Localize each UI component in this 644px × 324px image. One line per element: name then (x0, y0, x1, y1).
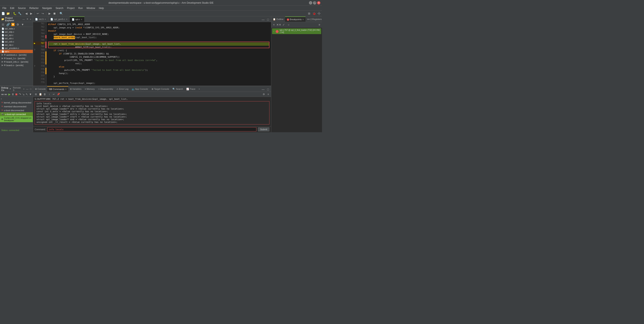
explorer-minimize[interactable]: — (22, 18, 25, 21)
menu-window[interactable]: Window (85, 6, 97, 10)
filter-files[interactable]: 🔽 (10, 22, 15, 27)
debug-toolbar-btn1[interactable]: ⏮ (1, 92, 4, 97)
menu-navigate[interactable]: Navigate (40, 6, 54, 10)
menu-project[interactable]: Project (66, 6, 76, 10)
tab-add[interactable]: + (197, 86, 202, 92)
debug-step-into[interactable]: ↘ (22, 92, 25, 97)
run-debug-button[interactable]: ▶ (47, 11, 52, 16)
bottom-tb-wrap[interactable]: ↩ (52, 92, 56, 96)
submit-button[interactable]: Submit (258, 127, 270, 131)
debug-memtool[interactable]: ✕ memtool disconnected (0, 105, 33, 108)
tab-memory[interactable]: ≡ Memory (83, 86, 96, 92)
file-spl_sata[interactable]: 📄spl_sata.c (0, 27, 33, 30)
file-spl-c[interactable]: 📄spl.c (0, 50, 33, 53)
tab-trace[interactable]: 📈 Trace (185, 86, 197, 92)
tab-breakpoints[interactable]: ⬤ Breakpoints ✕ (285, 17, 306, 22)
collapse-all[interactable]: ⊟ (1, 22, 5, 27)
more-perspectives[interactable]: ➕ (317, 11, 321, 16)
search-global-button[interactable]: 🔍 (59, 11, 64, 16)
menu-help[interactable]: Help (97, 6, 106, 10)
debug-stop-btn[interactable]: ⏹ (15, 92, 18, 97)
bottom-tb-clear[interactable]: 🗑 (43, 92, 47, 96)
undo-button[interactable]: ↩ (36, 11, 40, 16)
debug-remote-tab[interactable]: Remote S (12, 86, 21, 92)
file-board_info[interactable]: ▶ ⚙board_info.o - [arm/le] (0, 60, 33, 64)
explorer-close[interactable]: ✕ (26, 17, 29, 21)
editor-minimize[interactable]: — (261, 17, 265, 22)
debug-suspend-btn[interactable]: ⏸ (12, 92, 14, 97)
maximize-button[interactable]: ❐ (313, 1, 316, 5)
debug-uboot-spl[interactable]: 🔌 u-boot-spl connected (0, 112, 33, 116)
debug-add[interactable]: + (23, 87, 25, 91)
menu-run[interactable]: Run (77, 6, 84, 10)
tab-console[interactable]: 🖥 Console (33, 86, 47, 92)
file-spl_ymodem[interactable]: 📄spl_ymodem.c (0, 47, 33, 50)
bp-checkbox[interactable]: ✓ (273, 30, 275, 33)
debug-run-btn[interactable]: ▶ (8, 92, 11, 97)
file-spl_sdp[interactable]: 📄spl_sdp.c (0, 30, 33, 34)
debug-step-over[interactable]: ↷ (18, 92, 22, 97)
bottom-tb-pin[interactable]: 📌 (56, 92, 60, 96)
bottom-tb-settings[interactable]: ⚙ (262, 92, 266, 96)
debug-button[interactable]: 🐛 (12, 11, 17, 16)
prev-button[interactable]: ◀ (24, 11, 28, 16)
code-content[interactable]: #ifdef CONFIG_SYS_SPL_ARGS_ADDR spl_imag… (46, 22, 271, 86)
bottom-tb-scroll[interactable]: ↕ (47, 92, 51, 96)
debug-tab2[interactable]: ✕ (9, 88, 12, 90)
new-button[interactable]: 📄 (1, 11, 5, 16)
editor-maximize[interactable]: □ (266, 17, 270, 22)
perspectives-button[interactable]: ⊞ (307, 11, 312, 16)
open-button[interactable]: 📁 (6, 11, 10, 16)
tab-registers[interactable]: ≡≡ 2:Registers (306, 17, 322, 22)
debug-uboot[interactable]: ✕ u-boot disconnected (0, 108, 33, 112)
code-editor[interactable]: 761 762 763 764 (33, 22, 271, 86)
menu-search[interactable]: Search (54, 6, 65, 10)
bottom-tb-more[interactable]: ≡ (266, 92, 270, 96)
debug-minimize[interactable]: — (26, 87, 29, 91)
debug-toolbar-btn2[interactable]: ⏭ (4, 92, 7, 97)
menu-edit[interactable]: Edit (8, 6, 16, 10)
next-button[interactable]: ▶ (29, 11, 34, 16)
explorer-settings[interactable]: ⚙ (16, 22, 20, 27)
bp-remove[interactable]: ✕ (272, 23, 276, 27)
debug-cortex[interactable]: ⚙ Cortex-A9_0 #1 stopped on breakpoin (0, 116, 33, 122)
bp-remove-all[interactable]: ✕✕ (276, 23, 281, 27)
file-autoboot[interactable]: ▶ ⚙autoboot.o - [arm/le] (0, 53, 33, 57)
breakpoints-close[interactable]: ✕ (302, 18, 304, 21)
menu-file[interactable]: File (1, 6, 8, 10)
minimize-button[interactable]: — (309, 1, 312, 5)
bottom-minimize[interactable]: — (261, 87, 265, 92)
debug-perspective[interactable]: 🐞 (312, 11, 316, 16)
bp-enable-all[interactable]: ✓ (282, 23, 286, 27)
build-button[interactable]: 🔧 (17, 11, 22, 16)
explorer-more[interactable]: ▼ (20, 22, 25, 27)
command-input[interactable] (47, 127, 256, 131)
breakpoint-item-1[interactable]: ✓ ⬤ spl.c:767 @ spl_ll_find_loader (T32)… (272, 28, 321, 34)
link-editor[interactable]: 🔗 (6, 22, 10, 27)
bottom-tb-copy[interactable]: 📋 (38, 92, 42, 96)
debug-maximize[interactable]: □ (30, 87, 32, 91)
debug-step-return[interactable]: ↖ (26, 92, 28, 97)
tab-commands[interactable]: ⌨ Commands ✕ (47, 86, 68, 92)
stop-button[interactable]: ⏹ (52, 11, 57, 16)
redo-button[interactable]: ↪ (40, 11, 45, 16)
tab-outline[interactable]: 📋 Outline (271, 17, 285, 22)
bottom-tb-grid[interactable]: ⊞ (34, 92, 38, 96)
bp-disable-all[interactable]: ○ (286, 23, 291, 27)
explorer-add[interactable]: + (30, 18, 32, 21)
file-board_f[interactable]: ▶ ⚙board_f.o - [arm/le] (0, 57, 33, 60)
bp-settings[interactable]: ≡ (317, 23, 322, 27)
bottom-maximize[interactable]: □ (266, 87, 270, 92)
tab-variables[interactable]: ⊞ Variables (68, 86, 83, 92)
close-button[interactable]: ✕ (317, 1, 320, 5)
tab-search[interactable]: 🔍 Search (171, 86, 185, 92)
tab-disassembly[interactable]: ⊹ Disassembly (96, 86, 115, 92)
file-board[interactable]: ▶ ⚙board.o - [arm/le] (0, 64, 33, 67)
file-spl_usb[interactable]: 📄spl_usb.c (0, 40, 33, 43)
tab-init-s[interactable]: 📄 init.S ✕ (33, 17, 48, 22)
tab-spl-c[interactable]: 📄 spl.c ✕ (70, 17, 85, 22)
tab-appconsole[interactable]: 📺 App Console (130, 86, 150, 92)
tab-errorlog[interactable]: ⚠ Error Log (115, 86, 130, 92)
tab-targetconsole[interactable]: 🖥 Target Console (150, 86, 171, 92)
menu-refactor[interactable]: Refactor (28, 6, 40, 10)
